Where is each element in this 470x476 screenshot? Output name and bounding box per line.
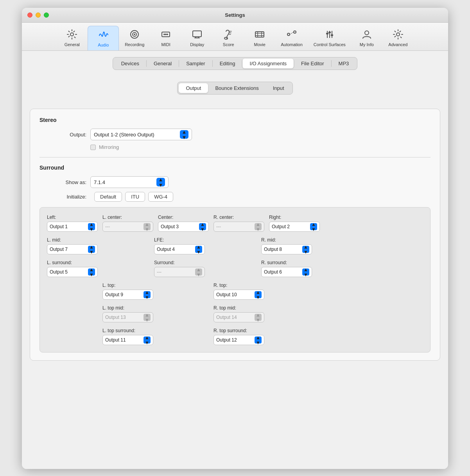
- lsurround-arrow: ▲ ▼: [88, 268, 95, 276]
- lsurround-select[interactable]: Output 5 ▲ ▼: [47, 267, 98, 277]
- rmid-label: R. mid:: [261, 237, 312, 243]
- rtopmid-label: R. top mid:: [213, 305, 264, 311]
- svg-rect-16: [326, 33, 328, 34]
- view-tab-output[interactable]: Output: [179, 83, 208, 93]
- toolbar-item-recording[interactable]: Recording: [119, 26, 150, 50]
- lcenter-arrow: ▲ ▼: [144, 223, 151, 230]
- maximize-button[interactable]: [44, 13, 49, 18]
- init-itu-btn[interactable]: ITU: [125, 192, 145, 202]
- toolbar-item-advanced[interactable]: Advanced: [382, 26, 414, 50]
- lmid-select[interactable]: Output 7 ▲ ▼: [47, 244, 98, 254]
- rsurround-arrow: ▲ ▼: [302, 268, 309, 276]
- view-tab-bounce-extensions[interactable]: Bounce Extensions: [208, 83, 265, 93]
- toolbar-score-label: Score: [223, 42, 234, 47]
- rsurround-label: R. surround:: [261, 260, 312, 265]
- init-wg4-btn[interactable]: WG-4: [148, 192, 173, 202]
- subtab-mp3[interactable]: MP3: [332, 59, 356, 68]
- toolbar-item-score[interactable]: Score: [213, 26, 244, 50]
- toolbar-item-display[interactable]: Display: [181, 26, 213, 50]
- lcenter-value: ---: [105, 224, 144, 229]
- subtab-file-editor[interactable]: File Editor: [294, 59, 331, 68]
- rmid-select[interactable]: Output 8 ▲ ▼: [261, 244, 312, 254]
- left-select[interactable]: Output 1 ▲ ▼: [47, 222, 98, 232]
- rtop-arrow: ▲ ▼: [255, 291, 262, 298]
- recording-icon: [128, 28, 141, 41]
- toolbar-item-movie[interactable]: Movie: [244, 26, 275, 50]
- toolbar-item-control-surfaces[interactable]: Control Surfaces: [308, 26, 351, 50]
- subtab-devices[interactable]: Devices: [114, 59, 146, 68]
- right-label: Right:: [269, 215, 320, 220]
- svg-point-7: [167, 34, 168, 35]
- lmid-arrow: ▲ ▼: [88, 246, 95, 253]
- stereo-output-select[interactable]: Output 1-2 (Stereo Output) ▲ ▼: [90, 129, 192, 140]
- rtopsurround-select[interactable]: Output 12 ▲ ▼: [213, 335, 264, 345]
- rtop-select[interactable]: Output 10 ▲ ▼: [213, 290, 264, 300]
- close-button[interactable]: [27, 13, 32, 18]
- toolbar-item-general[interactable]: General: [56, 26, 88, 50]
- right-select[interactable]: Output 2 ▲ ▼: [269, 222, 320, 232]
- rcenter-select[interactable]: --- ▲ ▼: [213, 222, 264, 232]
- toolbar-item-automation[interactable]: Automation: [275, 26, 308, 50]
- rcenter-label: R. center:: [213, 215, 264, 220]
- surround-value: ---: [157, 269, 195, 275]
- ltop-value: Output 9: [105, 292, 144, 297]
- lfe-select[interactable]: Output 4 ▲ ▼: [154, 244, 205, 254]
- surround-row-1: Left: Output 1 ▲ ▼ L. center:: [47, 215, 423, 232]
- surround-section: Surround Show as: 7.1.4 ▲ ▼ Initialize:: [39, 165, 431, 353]
- rsurround-select[interactable]: Output 6 ▲ ▼: [261, 267, 312, 277]
- stereo-mirroring-row: Mirroring: [90, 144, 431, 150]
- stereo-output-value: Output 1-2 (Stereo Output): [94, 132, 180, 138]
- show-as-select[interactable]: 7.1.4 ▲ ▼: [90, 176, 169, 188]
- titlebar: Settings: [22, 8, 448, 23]
- midi-icon: [160, 28, 172, 41]
- ltop-label: L. top:: [102, 283, 153, 288]
- content-area: Devices General Sampler Editing I/O Assi…: [22, 51, 448, 469]
- lsurround-value: Output 5: [50, 269, 88, 275]
- center-select[interactable]: Output 3 ▲ ▼: [158, 222, 209, 232]
- rtopmid-select[interactable]: Output 14 ▲ ▼: [213, 312, 264, 322]
- show-as-value: 7.1.4: [94, 179, 156, 185]
- toolbar-item-audio[interactable]: Audio: [88, 26, 119, 50]
- surround-select[interactable]: --- ▲ ▼: [154, 267, 205, 277]
- lcenter-select[interactable]: --- ▲ ▼: [102, 222, 153, 232]
- stereo-output-row: Output: Output 1-2 (Stereo Output) ▲ ▼: [39, 129, 431, 140]
- left-value: Output 1: [50, 224, 88, 229]
- stereo-mirroring-checkbox[interactable]: [90, 145, 96, 150]
- svg-point-3: [134, 34, 135, 35]
- initialize-row: Initialize: Default ITU WG-4: [39, 192, 431, 202]
- section-divider: [39, 157, 431, 157]
- rtopsurround-arrow: ▲ ▼: [255, 336, 262, 344]
- toolbar-item-my-info[interactable]: My Info: [351, 26, 382, 50]
- lmid-value: Output 7: [50, 247, 88, 252]
- subtab-editing[interactable]: Editing: [213, 59, 242, 68]
- window-controls: [27, 13, 49, 18]
- minimize-button[interactable]: [36, 13, 41, 18]
- rtopsurround-label: R. top surround:: [213, 328, 264, 333]
- window-title: Settings: [225, 12, 245, 18]
- ltop-select[interactable]: Output 9 ▲ ▼: [102, 290, 153, 300]
- advanced-icon: [392, 28, 404, 41]
- rtop-cell: R. top: Output 10 ▲ ▼: [213, 283, 264, 300]
- init-buttons: Default ITU WG-4: [94, 192, 173, 202]
- center-value: Output 3: [161, 224, 199, 229]
- initialize-label: Initialize:: [39, 194, 86, 200]
- surround-row-4: L. top: Output 9 ▲ ▼ R. top:: [47, 283, 423, 300]
- toolbar-item-midi[interactable]: MIDI: [150, 26, 181, 50]
- toolbar-recording-label: Recording: [125, 42, 144, 47]
- rtopsurround-cell: R. top surround: Output 12 ▲ ▼: [213, 328, 264, 345]
- subtab-io-assignments[interactable]: I/O Assignments: [242, 59, 294, 68]
- subtab-general[interactable]: General: [147, 59, 179, 68]
- subtab-sampler[interactable]: Sampler: [179, 59, 212, 68]
- right-value: Output 2: [272, 224, 310, 229]
- ltopsurround-select[interactable]: Output 11 ▲ ▼: [102, 335, 153, 345]
- rtop-label: R. top:: [213, 283, 264, 288]
- rtopmid-cell: R. top mid: Output 14 ▲ ▼: [213, 305, 264, 322]
- ltopmid-select[interactable]: Output 13 ▲ ▼: [102, 312, 153, 322]
- surround-row-3: L. surround: Output 5 ▲ ▼ Surro: [47, 260, 423, 277]
- movie-icon: [253, 28, 266, 41]
- view-tab-input[interactable]: Input: [266, 83, 291, 93]
- svg-rect-17: [328, 32, 331, 33]
- init-default-btn[interactable]: Default: [94, 192, 122, 202]
- audio-icon: [97, 29, 109, 41]
- rtop-value: Output 10: [216, 292, 255, 297]
